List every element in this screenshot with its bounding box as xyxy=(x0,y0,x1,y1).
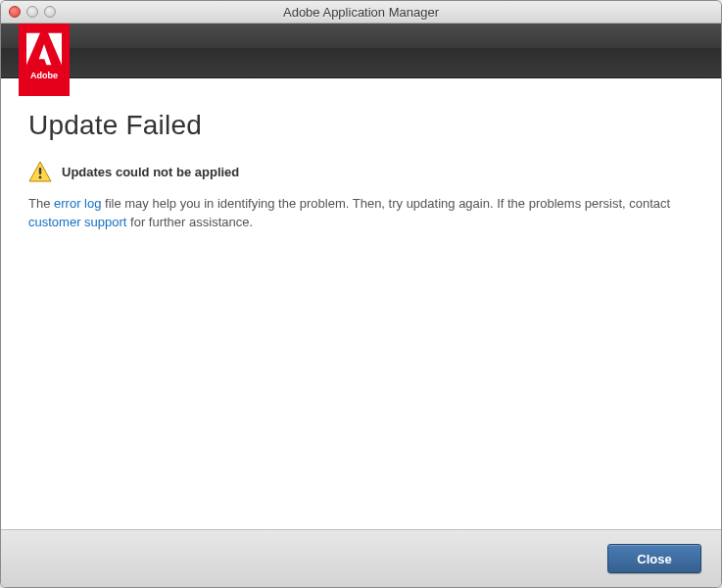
content-area: Update Failed Updates could not be appli… xyxy=(1,78,721,529)
svg-rect-0 xyxy=(39,168,41,174)
body-text-mid: file may help you in identifying the pro… xyxy=(101,196,670,211)
error-body-text: The error log file may help you in ident… xyxy=(28,195,694,232)
error-log-link[interactable]: error log xyxy=(54,196,101,211)
window-zoom-button[interactable] xyxy=(44,6,56,18)
customer-support-link[interactable]: customer support xyxy=(28,215,126,229)
window-minimize-button[interactable] xyxy=(26,6,38,18)
header-strip: Adobe xyxy=(1,24,721,78)
body-text-prefix: The xyxy=(28,196,54,211)
window-close-button[interactable] xyxy=(9,6,21,18)
adobe-logo: Adobe xyxy=(19,24,70,96)
adobe-wordmark: Adobe xyxy=(30,71,58,80)
window-title: Adobe Application Manager xyxy=(1,5,721,20)
page-title: Update Failed xyxy=(28,110,694,141)
alert-row: Updates could not be applied xyxy=(28,161,694,182)
adobe-logo-icon xyxy=(26,29,62,69)
app-window: Adobe Application Manager Adobe Update F… xyxy=(0,0,722,588)
alert-subheading: Updates could not be applied xyxy=(62,165,239,179)
titlebar: Adobe Application Manager xyxy=(1,1,721,24)
warning-icon xyxy=(28,161,52,182)
traffic-lights xyxy=(1,6,56,18)
svg-point-1 xyxy=(39,176,42,179)
footer-bar: Close xyxy=(1,529,721,587)
close-button[interactable]: Close xyxy=(607,544,701,573)
body-text-suffix: for further assistance. xyxy=(126,215,253,229)
